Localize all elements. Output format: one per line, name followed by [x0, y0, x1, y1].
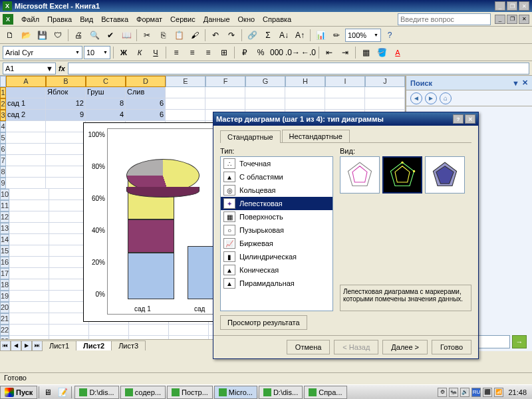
- bold-icon[interactable]: Ж: [116, 45, 131, 60]
- cell[interactable]: [6, 87, 46, 98]
- cell[interactable]: [9, 200, 49, 211]
- save-icon[interactable]: 💾: [35, 28, 49, 43]
- cell[interactable]: [46, 121, 86, 132]
- open-icon[interactable]: 📂: [19, 28, 33, 43]
- tab-nav-next-icon[interactable]: ▶: [21, 340, 32, 351]
- cell[interactable]: Яблок: [46, 87, 86, 98]
- cell[interactable]: [9, 268, 49, 279]
- chart-type-item[interactable]: ▲Коническая: [221, 263, 332, 277]
- cell[interactable]: [9, 189, 49, 200]
- font-color-icon[interactable]: A: [390, 45, 405, 60]
- tab-standard[interactable]: Стандартные: [220, 130, 281, 143]
- formula-input[interactable]: [68, 63, 529, 74]
- decrease-indent-icon[interactable]: ⇤: [322, 45, 336, 60]
- cell[interactable]: [6, 166, 46, 178]
- tray-icon[interactable]: 🐜: [449, 388, 458, 397]
- cell[interactable]: [205, 98, 245, 110]
- menu-window[interactable]: Окно: [234, 14, 259, 25]
- minimize-button[interactable]: _: [495, 1, 505, 11]
- cell[interactable]: [9, 223, 49, 234]
- sort-asc-icon[interactable]: A↓: [277, 28, 291, 43]
- subtype-option[interactable]: [382, 156, 422, 194]
- cell[interactable]: [365, 87, 405, 98]
- chart-type-item[interactable]: ∴Точечная: [221, 157, 332, 170]
- preview-result-button[interactable]: Просмотр результата: [220, 315, 307, 330]
- chart-type-item[interactable]: 📈Биржевая: [221, 237, 332, 250]
- dialog-close-button[interactable]: ✕: [465, 114, 475, 124]
- cell[interactable]: [9, 313, 49, 325]
- dialog-help-button[interactable]: ?: [453, 114, 464, 124]
- menu-tools[interactable]: Сервис: [166, 14, 200, 25]
- quick-launch-icon[interactable]: 🖥: [41, 385, 55, 400]
- cell[interactable]: [365, 98, 405, 110]
- cell[interactable]: [9, 234, 49, 245]
- cell[interactable]: [166, 110, 205, 121]
- close-button[interactable]: ✕: [519, 1, 529, 11]
- chart-type-item[interactable]: ◎Кольцевая: [221, 184, 332, 197]
- undo-icon[interactable]: ↶: [208, 28, 223, 43]
- chart-type-item[interactable]: ▲С областями: [221, 170, 332, 184]
- cell[interactable]: [166, 98, 205, 110]
- borders-icon[interactable]: ▦: [358, 45, 373, 60]
- taskbar-item[interactable]: Постр...: [167, 386, 213, 399]
- cell[interactable]: сад 1: [6, 98, 46, 110]
- cell[interactable]: [166, 87, 205, 98]
- taskbar-item[interactable]: Micro...: [214, 386, 257, 399]
- fill-color-icon[interactable]: 🪣: [374, 45, 389, 60]
- cell[interactable]: [46, 132, 86, 144]
- cell[interactable]: [6, 178, 46, 189]
- cell[interactable]: [285, 87, 325, 98]
- italic-icon[interactable]: К: [132, 45, 147, 60]
- cell[interactable]: [46, 178, 86, 189]
- back-button[interactable]: < Назад: [334, 340, 378, 354]
- cell[interactable]: 6: [126, 98, 166, 110]
- tab-nav-prev-icon[interactable]: ◀: [11, 340, 21, 351]
- cell[interactable]: 8: [86, 98, 126, 110]
- cell[interactable]: [325, 87, 365, 98]
- cell[interactable]: 9: [46, 110, 86, 121]
- mdi-close-button[interactable]: ✕: [519, 15, 529, 24]
- redo-icon[interactable]: ↷: [224, 28, 239, 43]
- quick-launch-icon[interactable]: 📝: [55, 385, 70, 400]
- sheet-tab[interactable]: Лист3: [111, 340, 146, 350]
- increase-decimal-icon[interactable]: .0→: [285, 45, 300, 60]
- sort-desc-icon[interactable]: A↑: [293, 28, 307, 43]
- cell[interactable]: 4: [86, 110, 126, 121]
- cell[interactable]: сад 2: [6, 110, 46, 121]
- cancel-button[interactable]: Отмена: [287, 340, 330, 354]
- hyperlink-icon[interactable]: 🔗: [245, 28, 259, 43]
- taskpane-close-icon[interactable]: ✕: [522, 78, 528, 87]
- menu-format[interactable]: Формат: [132, 14, 166, 25]
- cell[interactable]: [285, 98, 325, 110]
- taskbar-item[interactable]: содер...: [120, 386, 166, 399]
- chart-wizard-icon[interactable]: 📊: [313, 28, 328, 43]
- cell[interactable]: [46, 155, 86, 166]
- tab-nav-last-icon[interactable]: ⏭: [32, 340, 43, 351]
- cell[interactable]: [46, 166, 86, 178]
- cell[interactable]: [9, 291, 49, 302]
- menu-view[interactable]: Вид: [76, 14, 97, 25]
- cell[interactable]: [245, 87, 285, 98]
- nav-back-icon[interactable]: ◄: [410, 92, 422, 104]
- align-right-icon[interactable]: ≡: [201, 45, 215, 60]
- paste-icon[interactable]: 📋: [172, 28, 186, 43]
- cell[interactable]: 6: [126, 110, 166, 121]
- tab-custom[interactable]: Нестандартные: [282, 130, 350, 142]
- cell[interactable]: [9, 302, 49, 313]
- nav-forward-icon[interactable]: ►: [425, 92, 437, 104]
- copy-icon[interactable]: ⎘: [156, 28, 170, 43]
- mdi-minimize-button[interactable]: _: [495, 15, 505, 24]
- preview-icon[interactable]: 🔍: [87, 28, 102, 43]
- underline-icon[interactable]: Ч: [148, 45, 163, 60]
- align-left-icon[interactable]: ≡: [169, 45, 184, 60]
- clock[interactable]: 21:48: [505, 388, 529, 396]
- cell[interactable]: [9, 325, 49, 336]
- menu-edit[interactable]: Правка: [43, 14, 76, 25]
- decrease-decimal-icon[interactable]: ←.0: [301, 45, 316, 60]
- restore-button[interactable]: ❐: [507, 1, 517, 11]
- font-size-combo[interactable]: 10▼: [84, 46, 110, 59]
- cell[interactable]: [6, 132, 46, 144]
- tray-icon[interactable]: 🔊: [460, 388, 469, 397]
- comma-icon[interactable]: 000: [269, 45, 284, 60]
- chart-type-list[interactable]: ∴Точечная▲С областями◎Кольцевая✦Лепестко…: [220, 156, 333, 311]
